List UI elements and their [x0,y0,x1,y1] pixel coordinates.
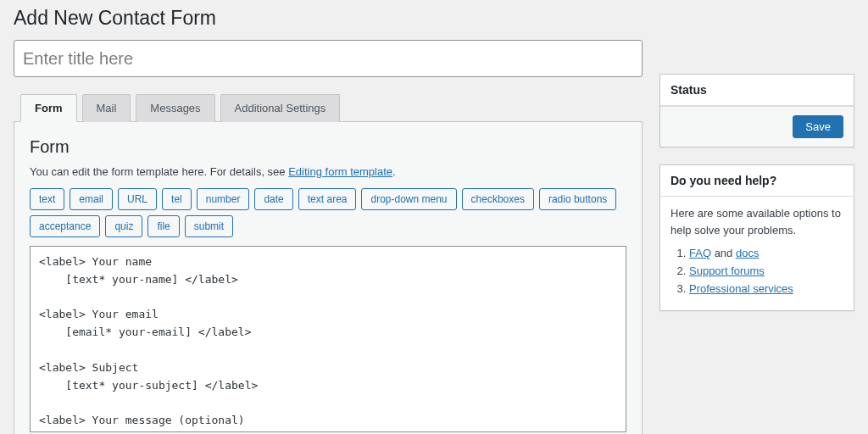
editing-form-template-link[interactable]: Editing form template [288,165,392,178]
faq-link[interactable]: FAQ [689,247,711,259]
form-template-textarea[interactable] [30,246,626,432]
form-panel-description: You can edit the form template here. For… [30,165,626,178]
tag-tel-button[interactable]: tel [162,188,192,210]
tag-submit-button[interactable]: submit [185,215,233,237]
status-heading: Status [660,75,854,106]
tag-radio-button[interactable]: radio buttons [539,188,616,210]
tag-file-button[interactable]: file [147,215,179,237]
sidebar-column: Status Save Do you need help? Here are s… [659,40,854,434]
help-and-text: and [711,247,736,259]
tag-quiz-button[interactable]: quiz [105,215,142,237]
form-panel-heading: Form [30,137,626,157]
tab-messages[interactable]: Messages [136,94,214,122]
docs-link[interactable]: docs [736,247,759,259]
help-item-faq: FAQ and docs [689,247,843,259]
support-forums-link[interactable]: Support forums [689,264,765,277]
help-box: Do you need help? Here are some availabl… [659,164,854,311]
professional-services-link[interactable]: Professional services [689,282,793,295]
tag-email-button[interactable]: email [70,188,113,210]
tab-form[interactable]: Form [20,94,77,122]
page-title: Add New Contact Form [14,0,854,40]
tag-dropdown-button[interactable]: drop-down menu [361,188,456,210]
tag-date-button[interactable]: date [254,188,292,210]
form-panel: Form You can edit the form template here… [14,121,643,434]
desc-prefix: You can edit the form template here. For… [30,165,288,178]
tag-url-button[interactable]: URL [118,188,157,210]
save-button[interactable]: Save [793,115,843,138]
main-column: Form Mail Messages Additional Settings F… [14,40,643,434]
help-heading: Do you need help? [660,165,854,197]
desc-suffix: . [392,165,396,178]
tag-checkboxes-button[interactable]: checkboxes [462,188,534,210]
tag-number-button[interactable]: number [197,188,250,210]
tag-textarea-button[interactable]: text area [298,188,357,210]
tab-mail[interactable]: Mail [82,94,131,122]
status-box: Status Save [659,74,854,147]
help-list: FAQ and docs Support forums Professional… [670,247,843,295]
tab-bar: Form Mail Messages Additional Settings [20,94,643,122]
help-item-pro: Professional services [689,282,843,295]
help-description: Here are some available options to help … [670,205,843,238]
tag-text-button[interactable]: text [30,188,64,210]
title-input[interactable] [14,40,643,77]
tag-acceptance-button[interactable]: acceptance [30,215,100,237]
tag-generator-buttons: text email URL tel number date text area… [30,188,626,237]
tab-additional-settings[interactable]: Additional Settings [220,94,341,122]
help-item-support: Support forums [689,264,843,277]
